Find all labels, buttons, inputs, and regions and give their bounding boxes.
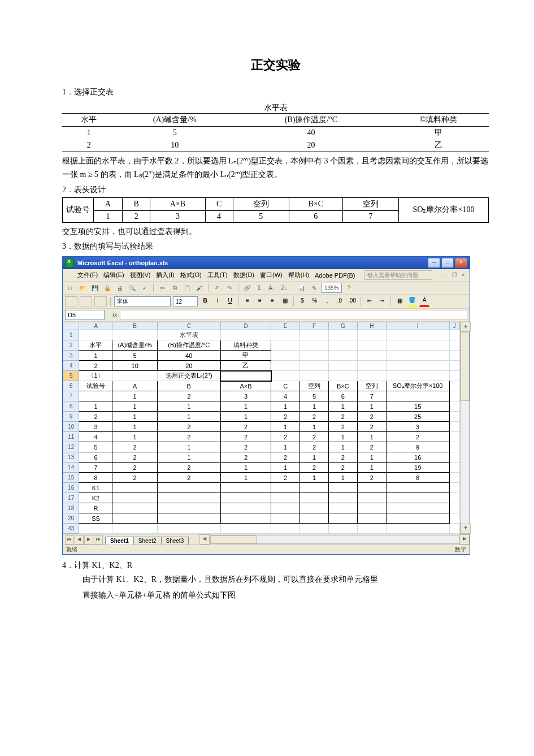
cell-I4[interactable]	[386, 361, 449, 371]
row-header-12[interactable]: 12	[63, 442, 79, 452]
align-left-icon[interactable]: ≡	[242, 296, 253, 306]
cell-E5[interactable]	[271, 371, 300, 381]
cell-F18[interactable]	[300, 503, 329, 513]
inc-decimal-icon[interactable]: .0	[335, 296, 345, 306]
permission-icon[interactable]: 🔒	[102, 283, 112, 293]
cell-A15[interactable]: 8	[79, 473, 112, 483]
cell-G10[interactable]: 2	[328, 422, 357, 432]
col-header-G[interactable]: G	[328, 322, 357, 330]
cell-E12[interactable]: 1	[271, 442, 300, 452]
cell-I8[interactable]: 15	[386, 401, 449, 412]
cell-F15[interactable]: 1	[300, 473, 329, 483]
cell-E3[interactable]	[271, 351, 300, 361]
cell-A13[interactable]: 6	[79, 452, 112, 463]
row-header-9[interactable]: 9	[63, 412, 79, 422]
cell-I12[interactable]: 9	[386, 442, 449, 452]
cell-A8[interactable]: 1	[79, 401, 112, 412]
sort-desc-icon[interactable]: Z↓	[279, 283, 289, 293]
cell-I20[interactable]	[386, 513, 449, 524]
cell-C4[interactable]: 20	[157, 361, 220, 371]
row-header-14[interactable]: 14	[63, 463, 79, 473]
print-icon[interactable]: 🖨	[115, 283, 125, 293]
cell-J6[interactable]	[449, 381, 459, 391]
cell-C8[interactable]: 1	[157, 401, 220, 412]
cell-A17[interactable]: K2	[79, 493, 112, 503]
font-name-select[interactable]: 宋体	[114, 296, 171, 306]
cell-C43[interactable]	[157, 524, 220, 534]
cell-A43[interactable]	[79, 524, 112, 534]
preview-icon[interactable]: 🔍	[127, 283, 137, 293]
menu-format[interactable]: 格式(O)	[180, 271, 202, 279]
autosum-icon[interactable]: Σ	[254, 283, 264, 293]
help-search-input[interactable]: 键入需要帮助的问题	[364, 270, 432, 280]
cell-E4[interactable]	[271, 361, 300, 371]
cell-E11[interactable]: 2	[271, 432, 300, 442]
sheet-tab-3[interactable]: Sheet3	[161, 537, 189, 545]
cell-J9[interactable]	[449, 412, 459, 422]
cell-C3[interactable]: 40	[157, 351, 220, 361]
cell-E20[interactable]	[271, 513, 300, 524]
cell-G6[interactable]: B×C	[328, 381, 357, 391]
cell-A12[interactable]: 5	[79, 442, 112, 452]
vscroll-thumb[interactable]	[461, 332, 470, 401]
cell-C16[interactable]	[157, 483, 220, 493]
cell-C13[interactable]: 1	[157, 452, 220, 463]
cell-G43[interactable]	[328, 524, 357, 534]
cell-G12[interactable]: 1	[328, 442, 357, 452]
cell-G4[interactable]	[328, 361, 357, 371]
cell-J16[interactable]	[449, 483, 459, 493]
cell-A18[interactable]: R	[79, 503, 112, 513]
cell-E43[interactable]	[271, 524, 300, 534]
cell-J3[interactable]	[449, 351, 459, 361]
col-header-B[interactable]: B	[112, 322, 157, 330]
cell-F3[interactable]	[300, 351, 329, 361]
cell-C20[interactable]	[157, 513, 220, 524]
cell-D43[interactable]	[220, 524, 271, 534]
row-header-15[interactable]: 15	[63, 473, 79, 483]
cell-B3[interactable]: 5	[112, 351, 157, 361]
cell-H3[interactable]	[357, 351, 386, 361]
fx-icon[interactable]: fx	[112, 312, 118, 318]
cell-A5[interactable]: 〈1〉	[79, 371, 112, 381]
fill-color-icon[interactable]: 🪣	[407, 296, 417, 307]
cell-G18[interactable]	[328, 503, 357, 513]
menu-tools[interactable]: 工具(T)	[207, 271, 228, 279]
excel-title-bar[interactable]: Microsoft Excel - orthoplan.xls – □ ×	[63, 257, 470, 269]
row-header-5[interactable]: 5	[63, 371, 79, 381]
sheet-tab-2[interactable]: Sheet2	[133, 537, 162, 545]
sheet-tab-1[interactable]: Sheet1	[105, 537, 134, 545]
cell-J12[interactable]	[449, 442, 459, 452]
cell-F11[interactable]: 2	[300, 432, 329, 442]
cell-H13[interactable]: 1	[357, 452, 386, 463]
tab-last-icon[interactable]: ⏭	[94, 535, 103, 545]
col-header-F[interactable]: F	[300, 322, 329, 330]
cell-F16[interactable]	[300, 483, 329, 493]
cell-A4[interactable]: 2	[79, 361, 112, 371]
cell-G1[interactable]	[328, 330, 357, 340]
dec-indent-icon[interactable]: ⇤	[364, 296, 375, 306]
cell-I5[interactable]	[386, 371, 449, 381]
tab-first-icon[interactable]: ⏮	[65, 535, 74, 545]
help-icon[interactable]: ?	[344, 283, 354, 293]
cell-H14[interactable]: 1	[357, 463, 386, 473]
cell-H9[interactable]: 2	[357, 412, 386, 422]
scroll-down-icon[interactable]: ▼	[461, 524, 471, 534]
cell-G16[interactable]	[328, 483, 357, 493]
select-all-corner[interactable]	[63, 322, 79, 330]
cell-F4[interactable]	[300, 361, 329, 371]
cell-B15[interactable]: 2	[112, 473, 157, 483]
cell-H1[interactable]	[357, 330, 386, 340]
cell-A11[interactable]: 4	[79, 432, 112, 442]
cell-I18[interactable]	[386, 503, 449, 513]
cell-J18[interactable]	[449, 503, 459, 513]
col-header-D[interactable]: D	[220, 322, 271, 330]
col-header-E[interactable]: E	[271, 322, 300, 330]
cell-G11[interactable]: 1	[328, 432, 357, 442]
doc-minimize-button[interactable]: –	[441, 272, 449, 279]
cell-C9[interactable]: 1	[157, 412, 220, 422]
vertical-scrollbar[interactable]: ▲ ▼	[460, 322, 470, 534]
cell-H5[interactable]	[357, 371, 386, 381]
cell-I17[interactable]	[386, 493, 449, 503]
cell-D18[interactable]	[220, 503, 271, 513]
align-right-icon[interactable]: ≡	[267, 296, 277, 306]
